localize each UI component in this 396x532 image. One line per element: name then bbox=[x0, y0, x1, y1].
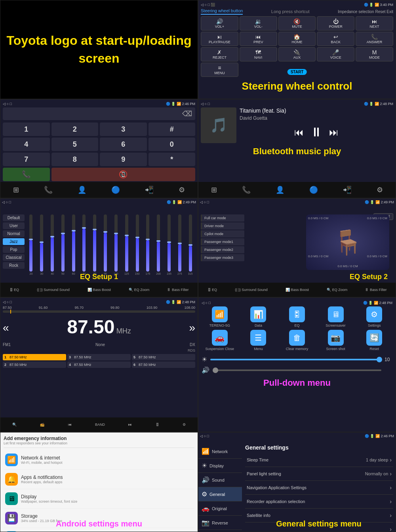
eq-bar-110[interactable]: 110 bbox=[111, 214, 121, 275]
steering-btn-prev[interactable]: ⏮PREV bbox=[240, 32, 277, 46]
dial-input[interactable]: ⌫ bbox=[3, 107, 195, 120]
dial-key-7[interactable]: 7 bbox=[3, 153, 50, 166]
steering-btn-playpause[interactable]: ⏯PLAY/PAUSE bbox=[201, 32, 238, 46]
eq1-filter-tab[interactable]: 🎚 Bass Filter bbox=[167, 288, 188, 292]
preset-user[interactable]: User bbox=[3, 222, 25, 229]
eq2-filter-tab[interactable]: 🎚 Bass Filter bbox=[365, 288, 386, 292]
fm-prev-btn[interactable]: ⏮ bbox=[68, 423, 72, 427]
play-pause-btn[interactable]: ⏸ bbox=[310, 125, 323, 140]
dial-key-6[interactable]: 6 bbox=[100, 138, 147, 151]
prev-track-btn[interactable]: ⏮ bbox=[294, 127, 304, 138]
eq-bar-50[interactable]: 50 bbox=[58, 214, 68, 275]
steering-btn-home[interactable]: 🏠HOME bbox=[278, 32, 316, 46]
eq-bar-200[interactable]: 200 bbox=[154, 214, 164, 275]
gen-row-nav[interactable]: Navigation Application Settings › bbox=[245, 481, 393, 495]
mode-passenger1[interactable]: Passenger mode1 bbox=[201, 238, 244, 245]
mode-cpilot[interactable]: Cpilot mode bbox=[201, 230, 244, 237]
dial-key-2[interactable]: 2 bbox=[51, 122, 99, 136]
dial-key-call[interactable]: 📞 bbox=[3, 168, 50, 181]
android-item-apps[interactable]: 🔔 Apps & notifications Recent apps, defa… bbox=[4, 470, 194, 489]
eq-bar-95[interactable]: 95 bbox=[101, 214, 110, 275]
nav-grid-icon[interactable]: ⊞ bbox=[13, 186, 19, 194]
dial-key-8[interactable]: 8 bbox=[51, 153, 99, 166]
eq-bar-20[interactable]: 20 bbox=[26, 214, 36, 275]
preset-classical[interactable]: Classical bbox=[3, 254, 25, 261]
steering-btn-reject[interactable]: ✗REJECT bbox=[201, 47, 238, 61]
nav-contacts-icon[interactable]: 👤 bbox=[78, 186, 86, 194]
pd-reset-icon[interactable]: 🔄 bbox=[366, 330, 382, 346]
dial-key-9[interactable]: 9 bbox=[100, 153, 147, 166]
sidebar-network[interactable]: 📶 Network bbox=[198, 444, 242, 459]
steering-btn-next[interactable]: ⏭NEXT bbox=[356, 16, 393, 31]
eq-bar-315[interactable]: 315 bbox=[185, 214, 195, 275]
nav-bt2-icon[interactable]: 📲 bbox=[145, 186, 154, 194]
eq-bar-175[interactable]: 175 bbox=[143, 214, 153, 275]
nav-bt-icon[interactable]: 🔵 bbox=[111, 186, 120, 194]
eq2-bass-tab[interactable]: 📊 Bass Boost bbox=[286, 288, 309, 292]
eq-bar-125[interactable]: 125 bbox=[122, 214, 131, 275]
nav-phone-icon[interactable]: 📞 bbox=[44, 186, 53, 194]
steering-btn-mute[interactable]: 🔇MUTE bbox=[278, 16, 316, 31]
fm-preset-3[interactable]: 387.50 MHz bbox=[67, 354, 131, 360]
fm-band-btn[interactable]: BAND bbox=[95, 423, 105, 427]
sidebar-reverse[interactable]: 📷 Reverse bbox=[198, 516, 242, 530]
eq-bar-235[interactable]: 235 bbox=[164, 214, 174, 275]
pd-menu-icon[interactable]: ☰ bbox=[250, 330, 266, 346]
mode-driver[interactable]: Driver mode bbox=[201, 222, 244, 230]
fm-preset-6[interactable]: 687.50 MHz bbox=[132, 362, 195, 368]
mode-passenger3[interactable]: Passenger mode3 bbox=[201, 254, 244, 261]
eq-bar-80[interactable]: 80 bbox=[90, 214, 100, 275]
volume-thumb[interactable] bbox=[213, 367, 218, 373]
fm-scale-bar[interactable] bbox=[3, 310, 195, 313]
gen-row-sleep[interactable]: Sleep Time 1 day sleep › bbox=[245, 453, 393, 467]
dial-key-hash[interactable]: # bbox=[148, 122, 196, 136]
steering-btn-menu[interactable]: ≡MENU bbox=[201, 63, 238, 77]
android-item-display[interactable]: 🖥 Display Wallpaper, screen timeout, fon… bbox=[4, 489, 194, 509]
steering-btn-power[interactable]: ⏻POWER bbox=[317, 16, 354, 31]
eq-bar-275[interactable]: 275 bbox=[175, 214, 185, 275]
gen-row-recorder[interactable]: Recorder application selection › bbox=[245, 495, 393, 509]
next-track-btn[interactable]: ⏭ bbox=[329, 127, 339, 138]
fm-radio-btn[interactable]: 📻 bbox=[40, 423, 44, 427]
mode-passenger2[interactable]: Passenger mode2 bbox=[201, 246, 244, 253]
pd-eq-icon[interactable]: 🎛 bbox=[289, 306, 305, 322]
pd-screensaver-icon[interactable]: 🖥 bbox=[328, 306, 344, 322]
dial-key-0[interactable]: 0 bbox=[148, 138, 196, 151]
nav-bt3-icon[interactable]: 🔵 bbox=[309, 186, 318, 194]
steering-btn-back[interactable]: ↩BACK bbox=[317, 32, 354, 46]
pd-settings-icon[interactable]: ⚙ bbox=[366, 306, 382, 322]
steering-btn-voice[interactable]: 🎤VOICE bbox=[317, 47, 354, 61]
pd-clearmem-icon[interactable]: 🗑 bbox=[289, 330, 305, 346]
eq2-surround-tab[interactable]: ((·)) Surround Sound bbox=[235, 288, 268, 292]
dial-key-star[interactable]: * bbox=[148, 153, 196, 166]
preset-pop[interactable]: Pop bbox=[3, 246, 25, 253]
eq-bar-60[interactable]: 60 bbox=[69, 214, 78, 275]
fm-preset-4[interactable]: 487.50 MHz bbox=[67, 362, 131, 368]
sidebar-sound[interactable]: 🔊 Sound bbox=[198, 473, 242, 487]
steering-btn-aux[interactable]: 🔌AUX bbox=[278, 47, 316, 61]
eq1-zoom-tab[interactable]: 🔍 EQ Zoom bbox=[129, 288, 149, 292]
fm-settings-btn[interactable]: ⚙ bbox=[183, 423, 186, 427]
pd-suspension-icon[interactable]: 🚗 bbox=[212, 330, 228, 346]
preset-default[interactable]: Default bbox=[3, 214, 25, 221]
pd-screenshot-icon[interactable]: 📷 bbox=[328, 330, 344, 346]
steering-btn-vol-dn[interactable]: 🔉VOL- bbox=[240, 16, 277, 31]
nav-settings2-icon[interactable]: ⚙ bbox=[377, 186, 383, 194]
nav-settings-icon[interactable]: ⚙ bbox=[179, 186, 185, 194]
pd-data-icon[interactable]: 📊 bbox=[250, 306, 266, 322]
nav-contacts2-icon[interactable]: 👤 bbox=[276, 186, 284, 194]
steering-btn-vol-up[interactable]: 🔊VOL+ bbox=[201, 16, 238, 31]
sidebar-voice[interactable]: 🎤 Voice bbox=[198, 530, 242, 532]
preset-rock[interactable]: Rock bbox=[3, 262, 25, 269]
fm-search-btn[interactable]: 🔍 bbox=[12, 423, 17, 427]
eq-bar-150[interactable]: 150 bbox=[132, 214, 142, 275]
fm-eq-btn[interactable]: 🎛 bbox=[156, 423, 159, 427]
steering-btn-navi[interactable]: 🗺NAVI bbox=[240, 47, 277, 61]
nav-grid2-icon[interactable]: ⊞ bbox=[211, 186, 217, 194]
nav-phone2-icon[interactable]: 📞 bbox=[242, 186, 251, 194]
fm-scan-back-btn[interactable]: « bbox=[3, 321, 9, 334]
sidebar-display[interactable]: ☀ Display bbox=[198, 459, 242, 473]
eq-bar-30[interactable]: 30 bbox=[37, 214, 47, 275]
fm-preset-1[interactable]: 187.50 MHz bbox=[3, 354, 66, 360]
dial-key-5[interactable]: 5 bbox=[51, 138, 99, 151]
